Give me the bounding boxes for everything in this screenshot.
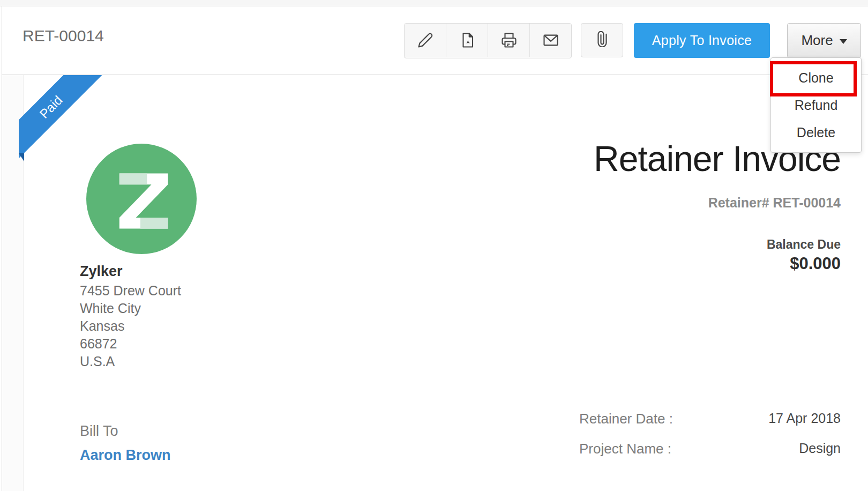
invoice-document: Paid Zylker 7455 Drew Court White City K… [23, 75, 868, 491]
company-address-line: 7455 Drew Court [80, 283, 181, 299]
menu-item-clone[interactable]: Clone [771, 64, 861, 92]
paper-left-gutter [2, 75, 23, 491]
balance-due-label: Balance Due [767, 237, 841, 252]
retainer-date-value: 17 Apr 2018 [768, 411, 841, 426]
printer-icon [501, 32, 517, 48]
project-name-label: Project Name : [579, 441, 671, 457]
apply-to-invoice-button[interactable]: Apply To Invoice [634, 23, 770, 58]
chevron-down-icon [840, 39, 847, 44]
company-address-line: U.S.A [80, 354, 115, 369]
menu-item-delete[interactable]: Delete [771, 119, 861, 146]
pencil-icon [417, 32, 433, 48]
more-label: More [801, 32, 833, 49]
envelope-icon [542, 32, 559, 48]
company-address-line: Kansas [80, 318, 124, 334]
more-dropdown-menu: Clone Refund Delete [770, 57, 862, 153]
paperclip-icon [594, 31, 610, 49]
top-strip [0, 0, 868, 6]
export-pdf-button[interactable] [446, 24, 488, 57]
apply-to-invoice-label: Apply To Invoice [652, 33, 752, 48]
company-address-line: White City [80, 301, 141, 316]
document-actions-toolbar [404, 23, 572, 58]
project-name-value: Design [799, 441, 841, 456]
email-button[interactable] [529, 24, 571, 57]
retainer-date-label: Retainer Date : [579, 411, 673, 427]
more-button[interactable]: More [787, 23, 861, 58]
pdf-file-icon [459, 32, 475, 48]
attachments-button[interactable] [581, 23, 623, 57]
print-button[interactable] [488, 24, 529, 57]
balance-due-value: $0.000 [790, 254, 841, 273]
retainer-invoice-page: RET-00014 [0, 0, 868, 491]
bill-to-label: Bill To [80, 423, 118, 440]
company-address-line: 66872 [80, 336, 117, 352]
page-title: RET-00014 [23, 27, 104, 45]
company-name: Zylker [80, 263, 123, 280]
bill-to-customer-link[interactable]: Aaron Brown [80, 447, 171, 464]
retainer-number: Retainer# RET-00014 [708, 195, 841, 211]
page-header: RET-00014 [2, 6, 868, 75]
menu-item-refund[interactable]: Refund [771, 92, 861, 119]
edit-button[interactable] [405, 24, 446, 57]
company-logo [86, 144, 197, 254]
